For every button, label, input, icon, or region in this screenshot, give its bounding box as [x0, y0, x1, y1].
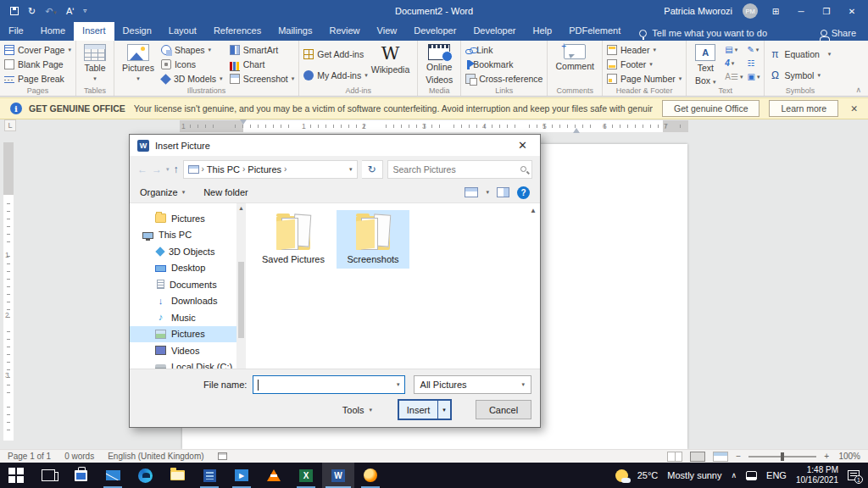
- object-button[interactable]: ▣▾: [747, 71, 760, 83]
- preview-pane-icon[interactable]: [497, 187, 509, 197]
- 3d-models-button[interactable]: 3D Models▾: [161, 72, 223, 86]
- close-button[interactable]: ✕: [844, 7, 860, 16]
- get-genuine-office-button[interactable]: Get genuine Office: [662, 100, 760, 117]
- blank-page-button[interactable]: Blank Page: [4, 58, 71, 71]
- new-folder-button[interactable]: New folder: [203, 187, 248, 197]
- tab-selector[interactable]: L: [4, 119, 16, 131]
- read-aloud-icon[interactable]: Aʹ: [66, 7, 74, 16]
- insert-dropdown-icon[interactable]: ▾: [437, 401, 450, 419]
- browser-button[interactable]: [354, 463, 387, 488]
- sidebar-item-local-disk-c[interactable]: Local Disk (C:): [130, 359, 236, 369]
- symbol-button[interactable]: ΩSymbol▾: [769, 69, 831, 82]
- weather-desc[interactable]: Mostly sunny: [667, 470, 721, 480]
- user-name[interactable]: Patricia Mworozi: [664, 6, 732, 16]
- tab-pdfelement[interactable]: PDFelement: [560, 22, 629, 41]
- tab-developer-2[interactable]: Developer: [465, 22, 524, 41]
- sidebar-item-this-pc[interactable]: This PC: [130, 227, 236, 244]
- restore-button[interactable]: ❐: [819, 7, 834, 16]
- page-break-button[interactable]: Page Break: [4, 72, 71, 86]
- screenshot-button[interactable]: Screenshot▾: [230, 72, 295, 86]
- get-addins-button[interactable]: Get Add-ins: [303, 47, 367, 61]
- read-mode-icon[interactable]: [667, 452, 682, 462]
- tab-layout[interactable]: Layout: [160, 22, 205, 41]
- address-dropdown-icon[interactable]: ▾: [349, 166, 353, 173]
- mail-button[interactable]: [97, 463, 129, 488]
- recent-locations-icon[interactable]: ▾: [166, 166, 170, 173]
- help-icon[interactable]: ?: [517, 186, 530, 199]
- tools-button[interactable]: Tools▾: [342, 405, 372, 415]
- weather-icon[interactable]: [615, 469, 628, 482]
- insert-button[interactable]: Insert▾: [398, 400, 451, 419]
- share-button[interactable]: Share: [809, 22, 868, 41]
- header-button[interactable]: Header▾: [607, 43, 682, 57]
- tab-references[interactable]: References: [205, 22, 270, 41]
- tab-review[interactable]: Review: [321, 22, 369, 41]
- vertical-ruler[interactable]: 1 2 3: [3, 142, 14, 441]
- chart-button[interactable]: Chart: [230, 58, 295, 71]
- collapse-ribbon-icon[interactable]: ∧: [855, 86, 861, 94]
- tell-me-box[interactable]: Tell me what you want to do: [639, 22, 767, 41]
- horizontal-ruler[interactable]: 1 1 2 3 4 5 6 7: [180, 120, 688, 132]
- back-icon[interactable]: ←: [137, 164, 147, 175]
- customize-qat-icon[interactable]: ▿: [83, 8, 86, 14]
- store-button[interactable]: [64, 463, 97, 488]
- folder-tile-screenshots[interactable]: Screenshots: [337, 210, 409, 269]
- breadcrumb-this-pc[interactable]: This PC: [207, 164, 240, 175]
- equation-button[interactable]: πEquation▾: [769, 47, 831, 61]
- file-explorer-button[interactable]: [161, 463, 193, 488]
- tab-help[interactable]: Help: [525, 22, 561, 41]
- notification-center-icon[interactable]: 1: [848, 470, 860, 480]
- wikipedia-button[interactable]: WWikipedia: [368, 43, 414, 76]
- wordart-button[interactable]: 4▾: [725, 58, 743, 69]
- drop-cap-button[interactable]: A☰▾: [725, 71, 743, 83]
- macro-record-icon[interactable]: [218, 452, 227, 460]
- sidebar-item-music[interactable]: ♪Music: [130, 309, 236, 326]
- file-type-select[interactable]: All Pictures▾: [414, 375, 531, 394]
- tab-view[interactable]: View: [369, 22, 406, 41]
- comment-button[interactable]: Comment: [552, 43, 598, 73]
- signature-line-button[interactable]: ✎▾: [747, 44, 760, 56]
- page-count[interactable]: Page 1 of 1: [8, 452, 51, 461]
- word-count[interactable]: 0 words: [64, 452, 94, 461]
- sidebar-item-3d-objects[interactable]: 3D Objects: [130, 243, 236, 260]
- tab-home[interactable]: Home: [32, 22, 74, 41]
- sidebar-item-documents[interactable]: Documents: [130, 276, 236, 293]
- clock[interactable]: 1:48 PM 10/16/2021: [796, 465, 838, 486]
- quick-parts-button[interactable]: ▤▾: [725, 44, 743, 56]
- web-layout-icon[interactable]: [713, 452, 728, 462]
- zoom-percentage[interactable]: 100%: [837, 452, 860, 461]
- search-box[interactable]: [387, 160, 532, 179]
- learn-more-button[interactable]: Learn more: [769, 100, 838, 117]
- tray-app-icon[interactable]: [746, 471, 757, 480]
- tab-design[interactable]: Design: [114, 22, 160, 41]
- indent-marker-left[interactable]: [240, 119, 247, 125]
- breadcrumb-pictures[interactable]: Pictures: [248, 164, 281, 175]
- pictures-button[interactable]: Pictures▾: [119, 43, 158, 83]
- dismiss-warning-icon[interactable]: ✕: [838, 103, 858, 114]
- dialog-title-bar[interactable]: W Insert Picture ✕: [130, 135, 540, 156]
- organize-button[interactable]: Organize▾: [140, 187, 185, 197]
- zoom-slider-thumb[interactable]: [781, 452, 784, 461]
- edge-button[interactable]: [129, 463, 161, 488]
- sidebar-item-desktop[interactable]: Desktop: [130, 260, 236, 277]
- footer-button[interactable]: Footer▾: [607, 58, 682, 71]
- up-icon[interactable]: ↑: [174, 164, 179, 175]
- tab-insert[interactable]: Insert: [74, 22, 114, 41]
- zoom-out-icon[interactable]: −: [736, 452, 741, 461]
- undo-icon[interactable]: ↶ ▾: [45, 7, 57, 16]
- sidebar-item-videos[interactable]: Videos: [130, 342, 236, 359]
- navigation-scrollbar[interactable]: ▲: [236, 203, 246, 369]
- save-icon[interactable]: [10, 7, 19, 15]
- date-time-button[interactable]: ☷: [747, 58, 760, 69]
- weather-temp[interactable]: 25°C: [637, 470, 659, 480]
- minimize-button[interactable]: ─: [793, 7, 809, 16]
- sidebar-item-downloads[interactable]: ↓Downloads: [130, 293, 236, 310]
- word-button[interactable]: W: [322, 463, 354, 488]
- movies-tv-button[interactable]: ▶: [225, 463, 258, 488]
- file-list-scroll-up-icon[interactable]: ▲: [530, 207, 537, 214]
- refresh-icon[interactable]: ↻: [362, 160, 383, 179]
- address-bar[interactable]: › This PC › Pictures › ▾: [183, 160, 358, 179]
- link-button[interactable]: Link: [465, 43, 542, 57]
- tab-mailings[interactable]: Mailings: [270, 22, 320, 41]
- icons-button[interactable]: Icons: [161, 58, 223, 71]
